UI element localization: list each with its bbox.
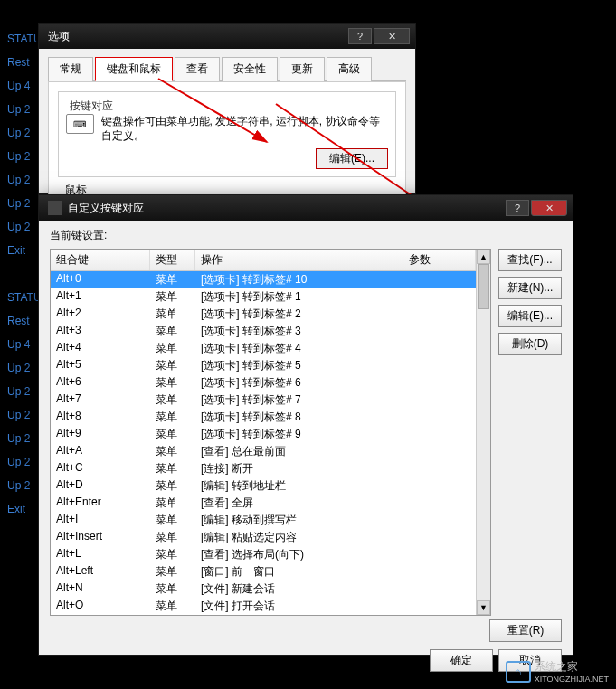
edit-button[interactable]: 编辑(E)... — [498, 305, 562, 327]
scroll-up-arrow[interactable]: ▲ — [477, 250, 490, 264]
help-button[interactable]: ? — [506, 200, 529, 216]
tab-4[interactable]: 更新 — [280, 57, 325, 81]
col-combo[interactable]: 组合键 — [51, 250, 150, 270]
tab-1[interactable]: 键盘和鼠标 — [95, 57, 173, 81]
table-row[interactable]: Alt+7菜单[选项卡] 转到标签# 7 — [51, 392, 476, 409]
key-mapping-group: 按键对应 ⌨ 键盘操作可由菜单功能, 发送字符串, 运行脚本, 协议命令等自定义… — [58, 91, 396, 177]
table-row[interactable]: Alt+Left菜单[窗口] 前一窗口 — [51, 563, 476, 580]
keymap-title: 自定义按键对应 — [68, 201, 506, 216]
edit-key-mapping-button[interactable]: 编辑(E)... — [316, 148, 388, 169]
table-row[interactable]: Alt+I菜单[编辑] 移动到撰写栏 — [51, 512, 476, 529]
options-dialog: 选项 ? ✕ 常规键盘和鼠标查看安全性更新高级 按键对应 ⌨ 键盘操作可由菜单功… — [38, 23, 416, 194]
table-row[interactable]: Alt+4菜单[选项卡] 转到标签# 4 — [51, 340, 476, 357]
tab-2[interactable]: 查看 — [175, 57, 220, 81]
table-row[interactable]: Alt+1菜单[选项卡] 转到标签# 1 — [51, 288, 476, 306]
table-row[interactable]: Alt+8菜单[选项卡] 转到标签# 8 — [51, 409, 476, 426]
table-row[interactable]: Alt+A菜单[查看] 总在最前面 — [51, 443, 476, 460]
find-button[interactable]: 查找(F)... — [498, 249, 562, 271]
table-row[interactable]: Alt+L菜单[查看] 选择布局(向下) — [51, 546, 476, 563]
table-body[interactable]: Alt+0菜单[选项卡] 转到标签# 10Alt+1菜单[选项卡] 转到标签# … — [51, 271, 476, 615]
options-titlebar[interactable]: 选项 ? ✕ — [39, 24, 415, 49]
table-row[interactable]: Alt+9菜单[选项卡] 转到标签# 9 — [51, 426, 476, 443]
table-row[interactable]: Alt+N菜单[文件] 新建会话 — [51, 580, 476, 598]
ok-button[interactable]: 确定 — [430, 649, 493, 672]
table-row[interactable]: Alt+Insert菜单[编辑] 粘贴选定内容 — [51, 529, 476, 546]
watermark: ⌂ 系统之家 XITONGZHIJIA.NET — [506, 659, 609, 684]
table-row[interactable]: Alt+2菜单[选项卡] 转到标签# 2 — [51, 306, 476, 323]
table-row[interactable]: Alt+Enter菜单[查看] 全屏 — [51, 495, 476, 512]
scroll-down-arrow[interactable]: ▼ — [477, 600, 490, 615]
app-icon — [48, 201, 62, 215]
reset-button[interactable]: 重置(R) — [489, 619, 562, 642]
table-row[interactable]: Alt+5菜单[选项卡] 转到标签# 5 — [51, 357, 476, 374]
close-button[interactable]: ✕ — [531, 200, 567, 216]
tab-5[interactable]: 高级 — [327, 57, 372, 81]
col-param[interactable]: 参数 — [403, 250, 476, 270]
close-button[interactable]: ✕ — [374, 28, 410, 44]
tab-0[interactable]: 常规 — [48, 57, 93, 81]
table-row[interactable]: Alt+3菜单[选项卡] 转到标签# 3 — [51, 323, 476, 340]
table-row[interactable]: Alt+C菜单[连接] 断开 — [51, 460, 476, 477]
keymap-titlebar[interactable]: 自定义按键对应 ? ✕ — [39, 195, 573, 221]
side-buttons: 查找(F)... 新建(N)... 编辑(E)... 删除(D) — [498, 249, 562, 616]
table-row[interactable]: Alt+O菜单[文件] 打开会话 — [51, 598, 476, 615]
new-button[interactable]: 新建(N)... — [498, 277, 562, 299]
table-row[interactable]: Alt+D菜单[编辑] 转到地址栏 — [51, 477, 476, 495]
tab-3[interactable]: 安全性 — [222, 57, 278, 81]
col-type[interactable]: 类型 — [150, 250, 195, 270]
delete-button[interactable]: 删除(D) — [498, 333, 562, 355]
watermark-url: XITONGZHIJIA.NET — [535, 675, 609, 684]
col-action[interactable]: 操作 — [195, 250, 403, 270]
keyboard-icon: ⌨ — [66, 114, 94, 134]
watermark-site: 系统之家 — [535, 659, 609, 675]
scroll-thumb[interactable] — [478, 264, 489, 309]
options-tabs: 常规键盘和鼠标查看安全性更新高级 — [48, 56, 406, 81]
table-header: 组合键 类型 操作 参数 — [51, 250, 476, 271]
keymap-table: 组合键 类型 操作 参数 Alt+0菜单[选项卡] 转到标签# 10Alt+1菜… — [50, 249, 491, 616]
options-title: 选项 — [48, 29, 348, 44]
key-mapping-legend: 按键对应 — [66, 99, 117, 114]
keymap-dialog: 自定义按键对应 ? ✕ 当前键设置: 组合键 类型 操作 参数 Alt+0菜单[… — [38, 194, 573, 656]
current-keys-label: 当前键设置: — [50, 228, 562, 243]
kb-description: 键盘操作可由菜单功能, 发送字符串, 运行脚本, 协议命令等自定义。 — [101, 114, 388, 143]
table-row[interactable]: Alt+6菜单[选项卡] 转到标签# 6 — [51, 374, 476, 392]
watermark-logo-icon: ⌂ — [506, 661, 531, 683]
help-button[interactable]: ? — [348, 28, 372, 44]
table-row[interactable]: Alt+0菜单[选项卡] 转到标签# 10 — [51, 271, 476, 288]
vertical-scrollbar[interactable]: ▲ ▼ — [476, 250, 490, 615]
